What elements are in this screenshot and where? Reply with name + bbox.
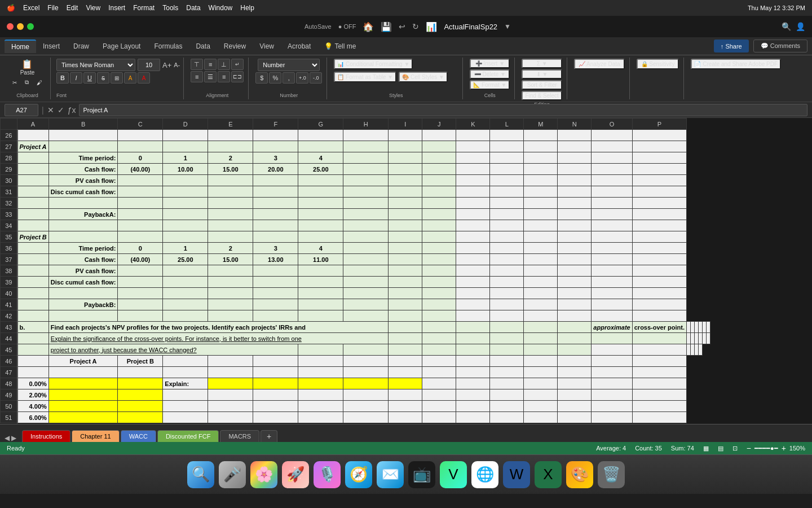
cell-G38[interactable] [298, 265, 343, 277]
cell-P51[interactable] [632, 412, 686, 423]
cell-H44[interactable] [558, 333, 592, 344]
cell-M32[interactable] [524, 198, 558, 209]
cell-J36[interactable] [422, 243, 456, 254]
cell-H28[interactable] [343, 152, 389, 164]
cell-E44[interactable] [456, 333, 490, 344]
cell-M47[interactable] [524, 367, 558, 378]
cell-P44[interactable] [707, 333, 710, 344]
page-break-view-icon[interactable]: ⊡ [732, 445, 738, 452]
col-header-F[interactable]: F [253, 119, 298, 130]
cell-E47[interactable] [208, 367, 253, 378]
cell-H37[interactable] [343, 254, 389, 265]
cell-J26[interactable] [422, 130, 456, 141]
cell-J43[interactable]: cross-over point. [632, 322, 686, 333]
cell-A37[interactable] [17, 254, 49, 265]
cell-N38[interactable] [558, 265, 592, 277]
cell-H34[interactable] [343, 220, 389, 231]
cell-D45[interactable] [343, 344, 389, 356]
cell-K46[interactable] [456, 356, 490, 367]
cell-O30[interactable] [592, 175, 632, 186]
cell-E46[interactable] [208, 356, 253, 367]
cell-H38[interactable] [343, 265, 389, 277]
cell-J29[interactable] [422, 164, 456, 175]
cell-C27[interactable] [118, 141, 163, 152]
cell-H46[interactable] [343, 356, 389, 367]
cell-reference-input[interactable] [5, 104, 38, 116]
dock-launchpad[interactable]: 🚀 [282, 461, 309, 488]
dock-appletv[interactable]: 📺 [408, 461, 435, 488]
fill-color-button[interactable]: A [124, 72, 136, 84]
cell-P45[interactable] [699, 344, 703, 356]
chevron-down-icon[interactable]: ▼ [504, 23, 511, 30]
cell-C49[interactable] [118, 389, 163, 401]
cell-A49[interactable]: 2.00% [17, 389, 49, 401]
cell-H42[interactable] [343, 310, 389, 322]
col-header-G[interactable]: G [298, 119, 343, 130]
cell-B27[interactable] [48, 141, 118, 152]
analyze-data-button[interactable]: 📈 Analyze Data [574, 59, 625, 69]
cell-D36[interactable]: 1 [163, 243, 208, 254]
cell-D47[interactable] [163, 367, 208, 378]
cell-F33[interactable] [253, 209, 298, 220]
cell-C47[interactable] [118, 367, 163, 378]
cell-H35[interactable] [343, 231, 389, 243]
cell-K32[interactable] [456, 198, 490, 209]
normal-view-icon[interactable]: ▦ [703, 445, 709, 452]
cell-E51[interactable] [208, 412, 253, 423]
cell-H45[interactable] [490, 344, 524, 356]
cell-N37[interactable] [558, 254, 592, 265]
cell-G45[interactable] [456, 344, 490, 356]
cell-F36[interactable]: 3 [253, 243, 298, 254]
cell-C44[interactable] [389, 333, 422, 344]
cell-H27[interactable] [343, 141, 389, 152]
dock-word[interactable]: W [503, 461, 530, 488]
cell-J47[interactable] [422, 367, 456, 378]
cell-I44[interactable] [592, 333, 632, 344]
cell-O45[interactable] [695, 344, 699, 356]
cell-P47[interactable] [632, 367, 686, 378]
cell-G47[interactable] [298, 367, 343, 378]
delete-cells-button[interactable]: ➖ Delete ▼ [470, 69, 510, 79]
cell-M27[interactable] [524, 141, 558, 152]
cell-P35[interactable] [632, 231, 686, 243]
cell-F45[interactable] [422, 344, 456, 356]
format-cells-button[interactable]: 📐 Format ▼ [470, 80, 510, 90]
cell-M39[interactable] [524, 277, 558, 288]
cell-G40[interactable] [298, 288, 343, 299]
border-button[interactable]: ⊞ [111, 72, 123, 84]
tab-insert[interactable]: Insert [36, 40, 67, 52]
cell-K26[interactable] [456, 130, 490, 141]
cell-H31[interactable] [343, 186, 389, 198]
cell-P32[interactable] [632, 198, 686, 209]
cell-I28[interactable] [389, 152, 422, 164]
dock-mail[interactable]: ✉️ [377, 461, 404, 488]
sort-filter-button[interactable]: Sort & Filter [522, 80, 562, 90]
cell-F39[interactable] [253, 277, 298, 288]
cell-M26[interactable] [524, 130, 558, 141]
percent-button[interactable]: % [269, 72, 281, 84]
cell-E42[interactable] [208, 310, 253, 322]
cell-C33[interactable] [118, 209, 163, 220]
cell-N33[interactable] [558, 209, 592, 220]
cell-J33[interactable] [422, 209, 456, 220]
cell-O49[interactable] [592, 389, 632, 401]
cell-O37[interactable] [592, 254, 632, 265]
cell-A30[interactable] [17, 175, 49, 186]
cell-G26[interactable] [298, 130, 343, 141]
cell-F46[interactable] [253, 356, 298, 367]
cell-I47[interactable] [389, 367, 422, 378]
comma-button[interactable]: , [283, 72, 295, 84]
cell-H48[interactable] [343, 378, 389, 389]
decimal-increase-button[interactable]: +.0 [296, 72, 308, 84]
cell-N51[interactable] [558, 412, 592, 423]
formula-input[interactable] [79, 104, 807, 116]
dock-finder[interactable]: 🔍 [187, 461, 214, 488]
cell-I26[interactable] [389, 130, 422, 141]
cell-O36[interactable] [592, 243, 632, 254]
cell-K33[interactable] [456, 209, 490, 220]
cell-N48[interactable] [558, 378, 592, 389]
cell-D33[interactable] [163, 209, 208, 220]
cell-I51[interactable] [389, 412, 422, 423]
window-controls[interactable] [7, 23, 34, 30]
cell-L32[interactable] [490, 198, 524, 209]
